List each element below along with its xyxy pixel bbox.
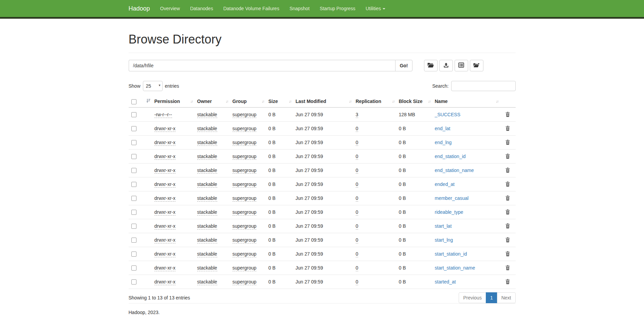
replication-value[interactable]: 0 <box>356 126 358 132</box>
navbar-link[interactable]: Utilities <box>361 0 390 17</box>
owner-value[interactable]: stackable <box>197 126 217 132</box>
owner-value[interactable]: stackable <box>197 140 217 146</box>
permission-value[interactable]: drwxr-xr-x <box>154 182 176 188</box>
owner-value[interactable]: stackable <box>197 168 217 174</box>
file-name-link[interactable]: start_lat <box>435 223 452 229</box>
group-value[interactable]: supergroup <box>233 195 257 202</box>
file-name-link[interactable]: start_station_name <box>435 265 475 271</box>
row-checkbox[interactable] <box>131 252 136 257</box>
owner-value[interactable]: stackable <box>197 279 217 285</box>
owner-value[interactable]: stackable <box>197 209 217 215</box>
permission-value[interactable]: -rw-r--r-- <box>154 112 172 118</box>
next-page-button[interactable]: Next <box>497 292 516 303</box>
delete-button[interactable] <box>505 278 511 285</box>
file-name-link[interactable]: end_lat <box>435 126 450 131</box>
row-checkbox[interactable] <box>131 224 136 229</box>
permission-value[interactable]: drwxr-xr-x <box>154 140 176 146</box>
owner-value[interactable]: stackable <box>197 182 217 188</box>
column-header-owner[interactable]: Owner↓↑ <box>195 96 230 107</box>
owner-value[interactable]: stackable <box>197 237 217 243</box>
group-value[interactable]: supergroup <box>233 140 257 146</box>
replication-value[interactable]: 0 <box>356 265 358 271</box>
replication-value[interactable]: 0 <box>356 237 358 243</box>
delete-button[interactable] <box>505 251 511 257</box>
permission-value[interactable]: drwxr-xr-x <box>154 209 176 215</box>
file-name-link[interactable]: start_station_id <box>435 251 467 257</box>
delete-button[interactable] <box>505 153 511 159</box>
replication-value[interactable]: 3 <box>356 112 358 118</box>
permission-value[interactable]: drwxr-xr-x <box>154 195 176 202</box>
permission-value[interactable]: drwxr-xr-x <box>154 265 176 271</box>
owner-value[interactable]: stackable <box>197 195 217 202</box>
paste-button[interactable] <box>455 60 468 71</box>
delete-button[interactable] <box>505 139 511 145</box>
permission-value[interactable]: drwxr-xr-x <box>154 251 176 257</box>
owner-value[interactable]: stackable <box>197 223 217 229</box>
file-name-link[interactable]: start_lng <box>435 237 453 243</box>
group-value[interactable]: supergroup <box>233 182 257 188</box>
delete-button[interactable] <box>505 195 511 201</box>
navbar-link[interactable]: Overview <box>155 0 185 17</box>
directory-path-input[interactable] <box>129 60 395 71</box>
replication-value[interactable]: 0 <box>356 195 358 202</box>
delete-button[interactable] <box>505 209 511 215</box>
row-checkbox[interactable] <box>131 265 136 271</box>
select-all-checkbox[interactable] <box>131 99 136 104</box>
previous-page-button[interactable]: Previous <box>459 292 486 303</box>
create-directory-button[interactable] <box>424 60 438 71</box>
owner-value[interactable]: stackable <box>197 251 217 257</box>
column-header-replication[interactable]: Replication↓↑ <box>353 96 396 107</box>
replication-value[interactable]: 0 <box>356 154 358 160</box>
permission-value[interactable]: drwxr-xr-x <box>154 168 176 174</box>
file-name-link[interactable]: end_station_name <box>435 168 474 173</box>
group-value[interactable]: supergroup <box>233 251 257 257</box>
page-size-select[interactable]: 25 <box>143 81 163 91</box>
column-header-last-modified[interactable]: Last Modified↓↑ <box>293 96 353 107</box>
group-value[interactable]: supergroup <box>233 265 257 271</box>
permission-value[interactable]: drwxr-xr-x <box>154 279 176 285</box>
row-checkbox[interactable] <box>131 126 136 131</box>
delete-button[interactable] <box>505 111 511 118</box>
navbar-link[interactable]: Startup Progress <box>315 0 361 17</box>
upload-files-button[interactable] <box>439 60 453 71</box>
delete-button[interactable] <box>505 237 511 243</box>
navbar-link[interactable]: Datanode Volume Failures <box>218 0 284 17</box>
replication-value[interactable]: 0 <box>356 168 358 174</box>
group-value[interactable]: supergroup <box>233 279 257 285</box>
column-header-name[interactable]: Name↓↑ <box>432 96 500 107</box>
replication-value[interactable]: 0 <box>356 251 358 257</box>
row-checkbox[interactable] <box>131 112 136 117</box>
column-header-group[interactable]: Group↓↑ <box>230 96 266 107</box>
row-checkbox[interactable] <box>131 238 136 243</box>
column-header-size[interactable]: Size↓↑ <box>266 96 293 107</box>
delete-button[interactable] <box>505 264 511 271</box>
group-value[interactable]: supergroup <box>233 223 257 229</box>
replication-value[interactable]: 0 <box>356 279 358 285</box>
row-checkbox[interactable] <box>131 279 136 284</box>
row-checkbox[interactable] <box>131 154 136 159</box>
replication-value[interactable]: 0 <box>356 209 358 215</box>
group-value[interactable]: supergroup <box>233 126 257 132</box>
brand-link[interactable]: Hadoop <box>129 0 155 17</box>
group-value[interactable]: supergroup <box>233 112 257 118</box>
column-header-block-size[interactable]: Block Size↓↑ <box>396 96 432 107</box>
delete-button[interactable] <box>505 167 511 173</box>
permission-value[interactable]: drwxr-xr-x <box>154 154 176 160</box>
delete-button[interactable] <box>505 181 511 187</box>
navbar-link[interactable]: Datanodes <box>185 0 218 17</box>
move-button[interactable] <box>470 60 483 71</box>
delete-button[interactable] <box>505 223 511 229</box>
row-checkbox[interactable] <box>131 210 136 215</box>
group-value[interactable]: supergroup <box>233 237 257 243</box>
row-checkbox[interactable] <box>131 140 136 145</box>
owner-value[interactable]: stackable <box>197 154 217 160</box>
file-name-link[interactable]: end_station_id <box>435 154 466 159</box>
search-input[interactable] <box>451 81 516 91</box>
replication-value[interactable]: 0 <box>356 182 358 188</box>
file-name-link[interactable]: started_at <box>435 279 456 284</box>
group-value[interactable]: supergroup <box>233 154 257 160</box>
group-value[interactable]: supergroup <box>233 168 257 174</box>
replication-value[interactable]: 0 <box>356 223 358 229</box>
group-value[interactable]: supergroup <box>233 209 257 215</box>
delete-button[interactable] <box>505 125 511 132</box>
